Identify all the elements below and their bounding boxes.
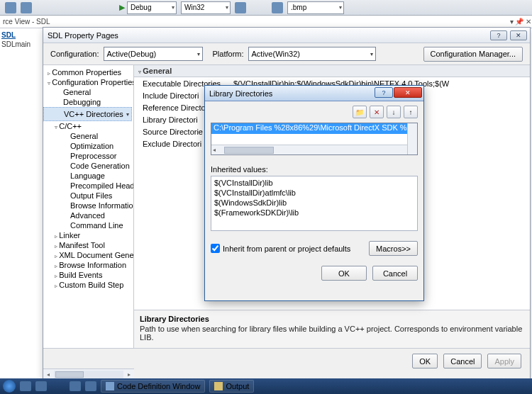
- delete-button[interactable]: ✕: [370, 106, 384, 118]
- property-tree: Common PropertiesConfiguration Propertie…: [43, 65, 134, 348]
- pin-icon[interactable]: 📌: [515, 18, 523, 26]
- tree-node[interactable]: Configuration Properties: [43, 77, 133, 87]
- tree-node[interactable]: Output Files: [43, 191, 133, 201]
- desc-title: Library Directories: [140, 315, 524, 323]
- taskbar-icon[interactable]: [85, 381, 96, 391]
- run-icon[interactable]: ▶: [119, 3, 125, 12]
- dropdown-icon[interactable]: ▾: [510, 18, 514, 26]
- new-folder-button[interactable]: 📁: [353, 106, 367, 118]
- config-dropdown[interactable]: Debug: [127, 1, 177, 14]
- desc-text: Path to use when searching for library f…: [140, 325, 524, 342]
- config-select[interactable]: Active(Debug): [104, 47, 203, 61]
- taskbar: Code Definition Window Output: [0, 378, 532, 394]
- tree-scrollbar[interactable]: ◂▸: [43, 368, 134, 379]
- tree-node[interactable]: XML Document Gene: [43, 250, 133, 260]
- start-button[interactable]: [3, 380, 16, 393]
- inherit-checkbox[interactable]: [211, 244, 220, 253]
- tree-node[interactable]: Debugging: [43, 97, 133, 107]
- tree-node[interactable]: Browse Informatio: [43, 201, 133, 210]
- config-manager-button[interactable]: Configuration Manager...: [423, 47, 523, 62]
- popup-close-button[interactable]: ✕: [394, 87, 422, 98]
- tree-node[interactable]: Manifest Tool: [43, 240, 133, 250]
- taskbar-item[interactable]: Output: [209, 380, 254, 393]
- popup-titlebar: Library Directories ? ✕: [205, 86, 423, 101]
- toolbar-icon[interactable]: [21, 2, 32, 13]
- taskbar-icon[interactable]: [35, 381, 47, 391]
- tree-node[interactable]: VC++ Directories: [43, 107, 132, 121]
- inherited-value: $(WindowsSdkDir)lib: [214, 198, 414, 208]
- help-button[interactable]: ?: [490, 30, 507, 40]
- platform-dropdown[interactable]: Win32: [181, 1, 231, 14]
- tree-node[interactable]: Code Generation: [43, 161, 133, 171]
- ok-button[interactable]: OK: [412, 354, 438, 368]
- inherited-value: $(FrameworkSDKDir)\lib: [214, 208, 414, 218]
- panel-title: rce View - SDL: [3, 18, 50, 26]
- library-directories-popup: Library Directories ? ✕ 📁 ✕ ↓ ↑ C:\Progr…: [204, 85, 424, 301]
- taskbar-icon[interactable]: [20, 381, 31, 391]
- popup-help-button[interactable]: ?: [375, 87, 393, 98]
- side-link[interactable]: SDL: [1, 31, 40, 39]
- inherit-label: Inherit from parent or project defaults: [223, 244, 350, 253]
- dialog-titlebar: SDL Property Pages ? ✕: [43, 28, 530, 43]
- platform-label: Platform:: [213, 50, 244, 58]
- macros-button[interactable]: Macros>>: [369, 241, 418, 256]
- toolbar-icon[interactable]: [5, 2, 16, 13]
- toolbar-icon[interactable]: [235, 2, 246, 13]
- inherited-label: Inherited values:: [211, 165, 418, 174]
- close-icon[interactable]: ✕: [526, 18, 531, 26]
- tree-node[interactable]: Preprocessor: [43, 151, 133, 161]
- group-header[interactable]: General: [134, 65, 530, 77]
- tree-node[interactable]: Optimization: [43, 141, 133, 151]
- cancel-button[interactable]: Cancel: [443, 354, 482, 368]
- close-button[interactable]: ✕: [510, 30, 527, 40]
- v-scrollbar[interactable]: [407, 123, 417, 154]
- tree-node[interactable]: Custom Build Step: [43, 280, 133, 290]
- ext-dropdown[interactable]: .bmp: [287, 1, 344, 14]
- move-down-button[interactable]: ↓: [387, 106, 401, 118]
- popup-toolbar: 📁 ✕ ↓ ↑: [211, 106, 418, 121]
- dialog-title: SDL Property Pages: [48, 31, 118, 40]
- tree-node[interactable]: Advanced: [43, 210, 133, 220]
- path-list[interactable]: C:\Program Files %28x86%29\Microsoft Dir…: [211, 123, 418, 155]
- tree-node[interactable]: Language: [43, 171, 133, 181]
- tree-node[interactable]: Build Events: [43, 270, 133, 280]
- h-scrollbar[interactable]: ◂: [211, 145, 407, 154]
- toolbar: ▶ Debug Win32 .bmp: [0, 0, 532, 16]
- toolbar-icon[interactable]: [272, 2, 283, 13]
- config-label: Configuration:: [50, 50, 99, 58]
- platform-select[interactable]: Active(Win32): [248, 47, 376, 61]
- apply-button[interactable]: Apply: [487, 354, 521, 368]
- popup-ok-button[interactable]: OK: [321, 266, 367, 281]
- tree-node[interactable]: C/C++: [43, 121, 133, 131]
- tree-node[interactable]: Linker: [43, 230, 133, 240]
- side-panel: SDL SDLmain: [1, 30, 40, 50]
- tree-node[interactable]: General: [43, 87, 133, 97]
- popup-title: Library Directories: [209, 89, 272, 98]
- tree-node[interactable]: Command Line: [43, 220, 133, 230]
- config-row: Configuration: Active(Debug) Platform: A…: [43, 43, 530, 64]
- inherited-value: $(VCInstallDir)lib: [214, 178, 414, 188]
- tree-node[interactable]: Common Properties: [43, 67, 133, 77]
- tree-node[interactable]: General: [43, 131, 133, 141]
- move-up-button[interactable]: ↑: [404, 106, 418, 118]
- tree-node[interactable]: Precompiled Head: [43, 181, 133, 191]
- inherited-value: $(VCInstallDir)atlmfc\lib: [214, 188, 414, 198]
- inherited-list: $(VCInstallDir)lib$(VCInstallDir)atlmfc\…: [211, 176, 418, 231]
- taskbar-icon[interactable]: [70, 381, 81, 391]
- taskbar-item[interactable]: Code Definition Window: [101, 380, 205, 393]
- popup-cancel-button[interactable]: Cancel: [372, 266, 418, 281]
- description-panel: Library Directories Path to use when sea…: [134, 310, 530, 348]
- side-item[interactable]: SDLmain: [1, 40, 40, 48]
- tree-node[interactable]: Browse Information: [43, 260, 133, 270]
- path-entry[interactable]: C:\Program Files %28x86%29\Microsoft Dir…: [211, 123, 417, 134]
